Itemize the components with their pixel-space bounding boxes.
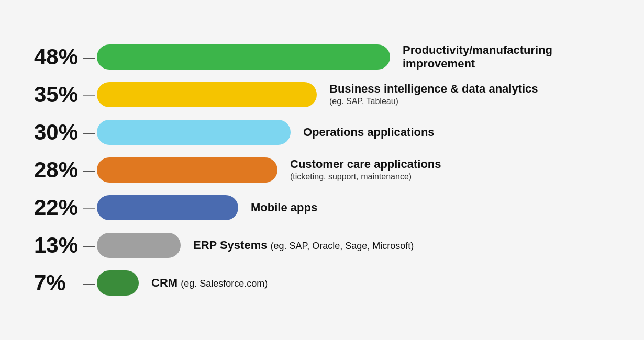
bar-row-crm: 7% — CRM (eg. Salesforce.com): [34, 267, 610, 299]
label-main-erp: ERP Systems (eg. SAP, Oracle, Sage, Micr…: [193, 239, 414, 252]
percentage-productivity: 48%: [34, 44, 81, 70]
crm-sub-inline: (eg. Salesforce.com): [181, 278, 268, 289]
bar-productivity: [97, 44, 390, 70]
percentage-operations: 30%: [34, 120, 81, 145]
bar-wrapper-erp: [97, 233, 181, 258]
label-sub-customer: (ticketing, support, maintenance): [290, 172, 441, 183]
percentage-bi: 35%: [34, 82, 81, 107]
bar-customer: [97, 157, 277, 183]
bar-operations: [97, 120, 291, 145]
label-erp: ERP Systems (eg. SAP, Oracle, Sage, Micr…: [193, 239, 414, 252]
label-main-operations: Operations applications: [303, 126, 435, 139]
label-main-bi: Business intelligence & data analytics: [329, 82, 538, 96]
label-operations: Operations applications: [303, 126, 435, 139]
label-crm: CRM (eg. Salesforce.com): [151, 276, 268, 290]
dash-productivity: —: [81, 50, 97, 64]
dash-mobile: —: [81, 200, 97, 215]
bar-row-operations: 30% — Operations applications: [34, 117, 610, 148]
bar-row-customer: 28% — Customer care applications (ticket…: [34, 154, 610, 186]
label-mobile: Mobile apps: [251, 201, 317, 214]
crm-name: CRM: [151, 276, 177, 289]
erp-sub-inline: (eg. SAP, Oracle, Sage, Microsoft): [271, 241, 414, 251]
bar-row-productivity: 48% — Productivity/manufacturingimprovem…: [34, 41, 610, 73]
label-main-productivity: Productivity/manufacturingimprovement: [403, 43, 552, 71]
label-main-customer: Customer care applications: [290, 157, 441, 171]
percentage-mobile: 22%: [34, 195, 81, 220]
bar-bi: [97, 82, 317, 107]
bar-row-mobile: 22% — Mobile apps: [34, 192, 610, 223]
dash-erp: —: [81, 238, 97, 253]
label-productivity: Productivity/manufacturingimprovement: [403, 43, 552, 71]
percentage-customer: 28%: [34, 157, 81, 183]
bar-wrapper-operations: [97, 120, 291, 145]
label-customer: Customer care applications (ticketing, s…: [290, 157, 441, 182]
bar-row-bi: 35% — Business intelligence & data analy…: [34, 79, 610, 110]
bar-mobile: [97, 195, 238, 220]
bar-wrapper-bi: [97, 82, 317, 107]
percentage-crm: 7%: [34, 270, 81, 296]
bar-wrapper-productivity: [97, 44, 390, 70]
label-main-mobile: Mobile apps: [251, 201, 317, 214]
erp-name: ERP Systems: [193, 239, 267, 252]
dash-operations: —: [81, 125, 97, 140]
bar-crm: [97, 270, 139, 296]
bar-erp: [97, 233, 181, 258]
dash-bi: —: [81, 87, 97, 102]
label-sub-bi: (eg. SAP, Tableau): [329, 96, 538, 107]
percentage-erp: 13%: [34, 233, 81, 258]
label-main-crm: CRM (eg. Salesforce.com): [151, 276, 268, 290]
chart-container: 48% — Productivity/manufacturingimprovem…: [13, 31, 631, 309]
bar-wrapper-crm: [97, 270, 139, 296]
dash-crm: —: [81, 276, 97, 290]
bar-wrapper-mobile: [97, 195, 238, 220]
label-bi: Business intelligence & data analytics (…: [329, 82, 538, 107]
bar-row-erp: 13% — ERP Systems (eg. SAP, Oracle, Sage…: [34, 230, 610, 261]
dash-customer: —: [81, 163, 97, 177]
bar-wrapper-customer: [97, 157, 277, 183]
